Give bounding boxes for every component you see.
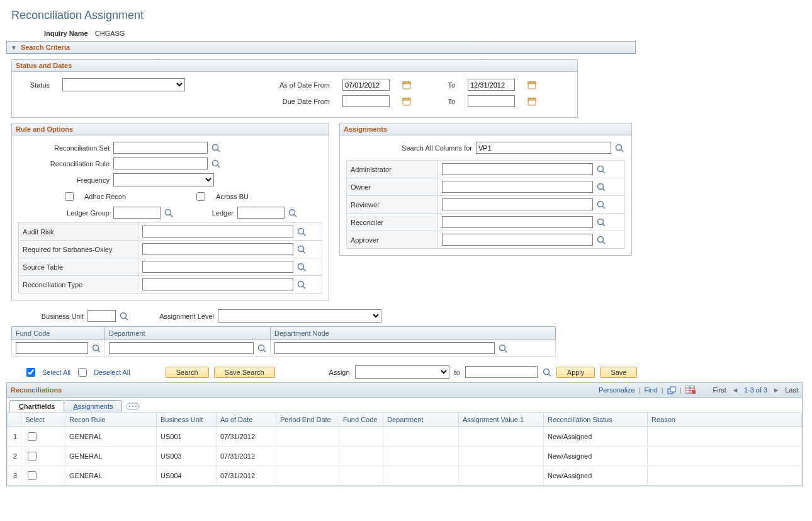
lookup-icon[interactable] [211,144,220,152]
row-select-checkbox[interactable] [28,471,37,480]
lookup-icon[interactable] [597,183,606,192]
status-select[interactable] [62,78,185,91]
col-reason[interactable]: Reason [648,413,802,427]
frequency-label: Frequency [18,176,110,184]
fund-code-col[interactable]: Fund Code [12,327,105,340]
lookup-icon[interactable] [297,245,306,254]
col-as-of-date[interactable]: As of Date [217,413,276,427]
save-search-button[interactable]: Save Search [214,367,275,378]
lookup-icon[interactable] [615,144,624,152]
select-all-link[interactable]: Select All [42,369,70,376]
due-from-input[interactable] [342,95,390,107]
lookup-icon[interactable] [92,344,101,353]
download-icon[interactable] [685,386,696,394]
chartfield-filter-table: Fund Code Department Department Node [11,326,556,357]
lookup-icon[interactable] [297,280,306,289]
calendar-icon[interactable] [402,81,411,89]
reviewer-input[interactable] [442,198,593,210]
adhoc-checkbox[interactable] [65,192,74,201]
prev-page-icon[interactable]: ◄ [730,385,740,395]
lookup-icon[interactable] [297,263,306,272]
calendar-icon[interactable] [527,81,536,89]
lookup-icon[interactable] [597,165,606,174]
assign-label: Assign [329,369,350,376]
save-button[interactable]: Save [600,367,637,378]
row-select-cell [21,466,65,486]
next-page-icon[interactable]: ► [771,385,781,395]
col-department[interactable]: Department [383,413,459,427]
calendar-icon[interactable] [402,97,411,106]
lookup-icon[interactable] [288,209,297,217]
administrator-input[interactable] [442,163,593,175]
lookup-icon[interactable] [597,200,606,209]
department-node-col[interactable]: Department Node [271,327,556,340]
source-table-input[interactable] [142,261,293,273]
department-input[interactable] [109,342,254,354]
department-col[interactable]: Department [105,327,271,340]
col-assign-val1[interactable]: Assignment Value 1 [459,413,544,427]
lookup-icon[interactable] [120,312,128,321]
row-select-checkbox[interactable] [28,452,37,461]
col-period-end[interactable]: Period End Date [276,413,339,427]
fund-code-input[interactable] [16,342,88,354]
as-of-from-input[interactable] [342,79,390,91]
lookup-icon[interactable] [211,159,220,168]
ledger-group-input[interactable] [113,207,161,219]
due-from-label: Due Date From [235,98,330,105]
col-select[interactable]: Select [21,413,65,427]
col-fund-code[interactable]: Fund Code [339,413,383,427]
last-label[interactable]: Last [785,386,798,394]
assignment-level-select[interactable] [218,309,381,323]
lookup-icon[interactable] [597,236,606,244]
department-node-input[interactable] [274,342,495,354]
across-bu-checkbox[interactable] [196,192,205,201]
recon-rule-input[interactable] [113,157,208,169]
search-button[interactable]: Search [166,367,209,378]
calendar-icon[interactable] [527,97,536,106]
find-link[interactable]: Find [644,386,657,394]
lookup-icon[interactable] [499,344,507,353]
first-label[interactable]: First [713,386,726,394]
select-all-checkbox[interactable] [26,368,35,377]
ledger-input[interactable] [237,207,285,219]
search-criteria-header[interactable]: ▼ Search Criteria [7,42,635,54]
col-business-unit[interactable]: Business Unit [157,413,217,427]
due-to-input[interactable] [468,95,515,107]
recon-set-input[interactable] [113,142,208,154]
deselect-all-checkbox[interactable] [78,368,87,377]
audit-risk-input[interactable] [142,226,293,238]
row-business-unit: US001 [157,427,217,447]
sox-input[interactable] [142,243,293,255]
lookup-icon[interactable] [597,218,606,227]
business-unit-input[interactable] [87,310,116,322]
lookup-icon[interactable] [543,368,551,377]
row-select-cell [21,427,65,447]
owner-input[interactable] [442,181,593,193]
search-all-input[interactable] [476,142,611,154]
lookup-icon[interactable] [164,209,173,217]
recon-set-label: Reconciliation Set [18,144,110,152]
frequency-select[interactable] [113,173,214,186]
as-of-to-input[interactable] [468,79,515,91]
approver-input[interactable] [442,234,593,246]
apply-button[interactable]: Apply [556,367,595,378]
recon-type-input[interactable] [142,278,293,290]
row-counter[interactable]: 1-3 of 3 [744,386,767,394]
tab-assignments[interactable]: Assignments [64,400,122,412]
collapse-icon: ▼ [11,44,17,51]
col-status[interactable]: Reconciliation Status [544,413,648,427]
assign-to-input[interactable] [465,366,538,378]
col-recon-rule[interactable]: Recon Rule [65,413,157,427]
reconciler-input[interactable] [442,216,593,228]
approver-label: Approver [347,231,438,249]
personalize-link[interactable]: Personalize [599,386,634,394]
row-department [383,466,459,486]
detach-icon[interactable] [667,386,676,394]
row-select-checkbox[interactable] [28,432,37,441]
assign-role-select[interactable] [355,365,449,379]
expand-tabs-icon[interactable] [127,402,140,411]
tab-chartfields[interactable]: Chartfields [9,400,64,412]
lookup-icon[interactable] [257,344,266,353]
deselect-all-link[interactable]: Deselect All [94,369,130,376]
lookup-icon[interactable] [297,227,306,236]
